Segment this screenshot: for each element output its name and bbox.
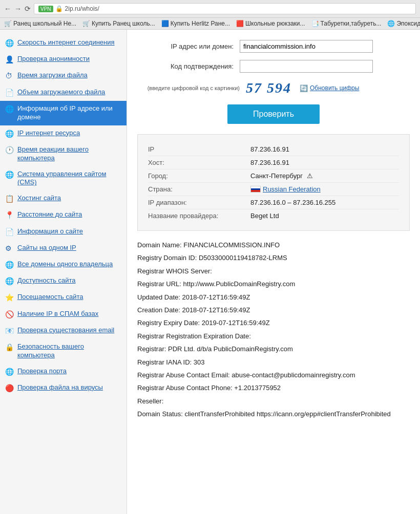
sidebar-link-filesize[interactable]: Объем загружаемого файла xyxy=(17,88,105,97)
bookmark-label-2: Купить Herlitz Ране... xyxy=(171,20,230,27)
popularity-icon: ⭐ xyxy=(5,293,14,302)
sidebar-item-alldomains[interactable]: 🌐 Все домены одного владельца xyxy=(0,256,127,273)
bookmark-5[interactable]: 🌐 Эпоксидная... xyxy=(387,20,420,27)
sidebar-item-sameip[interactable]: ⚙ Сайты на одном IP xyxy=(0,240,127,256)
ipres-icon: 🌐 xyxy=(5,129,14,138)
back-button[interactable]: ← xyxy=(4,5,11,13)
host-label: Хост: xyxy=(148,159,250,166)
reload-button[interactable]: ⟳ xyxy=(25,5,31,13)
refresh-link[interactable]: 🔄 Обновить цифры xyxy=(300,84,359,92)
sidebar-link-siteinfo[interactable]: Информация о сайте xyxy=(17,227,83,236)
bookmark-label-3: Школьные рюкзаки... xyxy=(245,20,305,27)
city-warning-icon: ⚠ xyxy=(307,172,313,180)
range-value: 87.236.16.0 – 87.236.16.255 xyxy=(250,199,335,206)
bookmark-label-5: Эпоксидная... xyxy=(396,20,420,27)
whois-line-1: Registry Domain ID: D50330000119418782-L… xyxy=(137,252,410,264)
sidebar-item-availability[interactable]: 🌐 Доступность сайта xyxy=(0,273,127,289)
sidebar-link-distance[interactable]: Расстояние до сайта xyxy=(17,210,82,219)
bookmark-4[interactable]: 📑 Табуретки,табуреть... xyxy=(311,20,382,27)
bookmark-icon-5: 🌐 xyxy=(387,20,395,27)
ip-label: IP xyxy=(148,145,250,153)
sidebar-link-availability[interactable]: Доступность сайта xyxy=(17,276,76,285)
sidebar-link-speed[interactable]: Скорость интернет соединения xyxy=(17,38,115,47)
whois-line-10: Registrar Abuse Contact Email: abuse-con… xyxy=(137,369,410,381)
code-label: Код подтверждения: xyxy=(137,62,240,70)
sidebar-item-distance[interactable]: 📍 Расстояние до сайта xyxy=(0,207,127,223)
sidebar-item-spam[interactable]: 🚫 Наличие IP в СПАМ базах xyxy=(0,306,127,323)
distance-icon: 📍 xyxy=(5,210,14,220)
refresh-label: Обновить цифры xyxy=(310,84,359,92)
sidebar-link-load[interactable]: Время загрузки файла xyxy=(17,71,88,80)
bookmark-icon-1: 🛒 xyxy=(82,20,90,27)
sidebar-link-port[interactable]: Проверка порта xyxy=(17,367,67,376)
sidebar-item-filesize[interactable]: 📄 Объем загружаемого файла xyxy=(0,84,127,101)
ipinfo-icon: 🌐 xyxy=(5,104,14,114)
bookmark-label-0: Ранец школьный Не... xyxy=(13,20,76,27)
sidebar-item-cms[interactable]: 🌐 Система управления сайтом (CMS) xyxy=(0,166,127,191)
sidebar-link-hosting[interactable]: Хостинг сайта xyxy=(17,194,61,203)
sidebar-link-virus[interactable]: Проверка файла на вирусы xyxy=(17,383,103,392)
sidebar-link-reaction[interactable]: Время реакции вашего компьютера xyxy=(17,145,121,163)
result-row-country: Страна: Russian Federation xyxy=(148,183,399,196)
bookmark-icon-0: 🛒 xyxy=(4,20,12,27)
sidebar-item-popularity[interactable]: ⭐ Посещаемость сайта xyxy=(0,289,127,306)
availability-icon: 🌐 xyxy=(5,276,14,286)
cms-icon: 🌐 xyxy=(5,170,14,179)
result-row-range: IP диапазон: 87.236.16.0 – 87.236.16.255 xyxy=(148,196,399,209)
forward-button[interactable]: → xyxy=(14,5,22,13)
sidebar-item-port[interactable]: 🌐 Проверка порта xyxy=(0,363,127,380)
whois-line-0: Domain Name: FINANCIALCOMMISSION.INFO xyxy=(137,239,410,251)
sidebar-item-email[interactable]: 📧 Проверка существования email xyxy=(0,323,127,339)
address-bar[interactable]: VPN 🔒 2ip.ru/whois/ xyxy=(34,3,416,14)
sidebar-link-alldomains[interactable]: Все домены одного владельца xyxy=(17,260,113,269)
bookmark-3[interactable]: 🟥 Школьные рюкзаки... xyxy=(236,20,305,27)
bookmark-label-4: Табуретки,табуреть... xyxy=(321,20,382,27)
sidebar-link-popularity[interactable]: Посещаемость сайта xyxy=(17,293,83,302)
sidebar-link-anon[interactable]: Проверка анонимности xyxy=(17,55,90,63)
bookmark-0[interactable]: 🛒 Ранец школьный Не... xyxy=(4,20,76,27)
content-area: IP адрес или домен: Код подтверждения: (… xyxy=(127,30,420,514)
country-label: Страна: xyxy=(148,185,250,193)
sidebar-link-spam[interactable]: Наличие IP в СПАМ базах xyxy=(17,310,98,318)
bookmarks-bar: 🛒 Ранец школьный Не... 🛒 Купить Ранец шк… xyxy=(0,18,420,30)
ip-value: 87.236.16.91 xyxy=(250,145,289,153)
sidebar-item-security[interactable]: 🔒 Безопасность вашего компьютера xyxy=(0,339,127,363)
bookmark-2[interactable]: 🟦 Купить Herlitz Ране... xyxy=(161,20,230,27)
sidebar-link-security[interactable]: Безопасность вашего компьютера xyxy=(17,342,121,360)
form-section: IP адрес или домен: Код подтверждения: (… xyxy=(137,40,410,124)
sidebar-item-ipres[interactable]: 🌐 IP интернет ресурса xyxy=(0,125,127,142)
sidebar-link-sameip[interactable]: Сайты на одном IP xyxy=(17,244,76,252)
sidebar-item-siteinfo[interactable]: 📄 Информация о сайте xyxy=(0,224,127,240)
sidebar-item-anon[interactable]: 👤 Проверка анонимности xyxy=(0,51,127,68)
bookmark-label-1: Купить Ранец школь... xyxy=(92,20,155,27)
captcha-image: 57 594 xyxy=(246,80,291,96)
sidebar: 🌐 Скорость интернет соединения 👤 Проверк… xyxy=(0,30,127,514)
sidebar-item-speed[interactable]: 🌐 Скорость интернет соединения xyxy=(0,35,127,51)
virus-icon: 🔴 xyxy=(5,383,14,393)
country-link[interactable]: Russian Federation xyxy=(263,185,321,193)
code-input[interactable] xyxy=(240,60,373,73)
sidebar-link-ipres[interactable]: IP интернет ресурса xyxy=(17,129,80,138)
domain-input[interactable] xyxy=(240,40,373,53)
bookmark-1[interactable]: 🛒 Купить Ранец школь... xyxy=(82,20,155,27)
submit-button[interactable]: Проверить xyxy=(227,104,320,124)
sidebar-item-ipinfo[interactable]: 🌐 Информация об IP адресе или домене xyxy=(0,101,127,125)
anon-icon: 👤 xyxy=(5,55,14,64)
domain-row: IP адрес или домен: xyxy=(137,40,410,53)
sidebar-link-cms[interactable]: Система управления сайтом (CMS) xyxy=(17,170,121,187)
sidebar-item-virus[interactable]: 🔴 Проверка файла на вирусы xyxy=(0,380,127,396)
sidebar-item-load[interactable]: ⏱ Время загрузки файла xyxy=(0,68,127,84)
sidebar-label-ipinfo: Информация об IP адресе или домене xyxy=(17,104,121,122)
country-value[interactable]: Russian Federation xyxy=(250,185,321,193)
city-value: Санкт-Петербург ⚠ xyxy=(250,172,313,180)
whois-line-11: Registrar Abuse Contact Phone: +1.201377… xyxy=(137,382,410,394)
sidebar-item-hosting[interactable]: 📋 Хостинг сайта xyxy=(0,190,127,207)
sidebar-item-reaction[interactable]: 🕐 Время реакции вашего компьютера xyxy=(0,142,127,166)
whois-section: Domain Name: FINANCIALCOMMISSION.INFO Re… xyxy=(137,239,410,426)
sidebar-link-email[interactable]: Проверка существования email xyxy=(17,326,114,335)
results-section: IP 87.236.16.91 Хост: 87.236.16.91 Город… xyxy=(137,134,410,231)
whois-line-4: Updated Date: 2018-07-12T16:59:49Z xyxy=(137,291,410,303)
whois-line-5: Creation Date: 2018-07-12T16:59:49Z xyxy=(137,304,410,316)
refresh-icon: 🔄 xyxy=(300,84,308,92)
provider-label: Название провайдера: xyxy=(148,212,250,220)
